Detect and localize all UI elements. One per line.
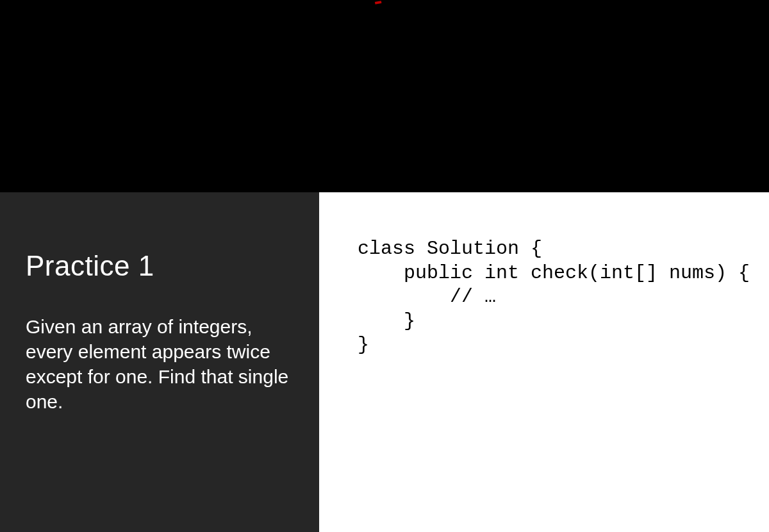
code-line: }: [358, 310, 415, 332]
red-mark-icon: [375, 0, 382, 4]
code-panel: class Solution { public int check(int[] …: [319, 192, 769, 532]
slide: Practice 1 Given an array of integers, e…: [0, 0, 769, 532]
content-row: Practice 1 Given an array of integers, e…: [0, 192, 769, 532]
code-line: public int check(int[] nums) {: [358, 262, 750, 284]
problem-title: Practice 1: [26, 250, 294, 282]
code-line: }: [358, 334, 369, 356]
code-block: class Solution { public int check(int[] …: [358, 237, 750, 358]
code-line: class Solution {: [358, 238, 542, 260]
problem-description: Given an array of integers, every elemen…: [26, 314, 294, 414]
top-banner: [0, 0, 769, 192]
code-line: // …: [358, 286, 496, 308]
problem-panel: Practice 1 Given an array of integers, e…: [0, 192, 319, 532]
